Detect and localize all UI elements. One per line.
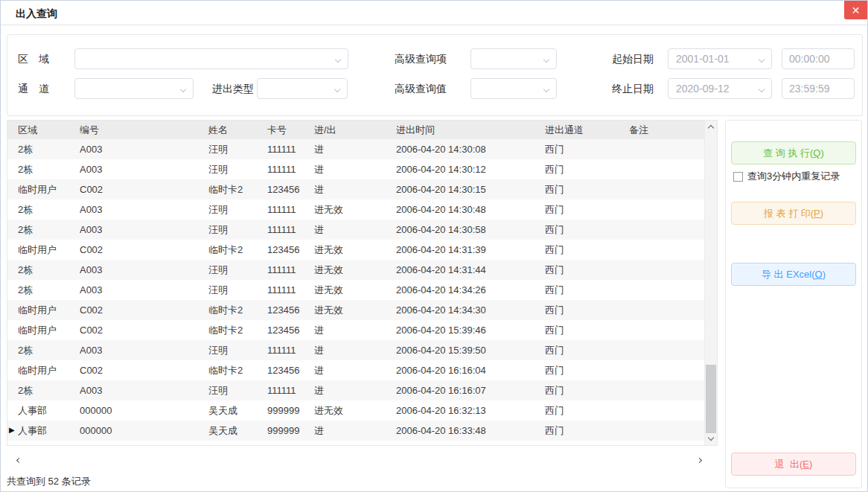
chevron-down-icon bbox=[335, 57, 341, 63]
cell-area: 临时用户 bbox=[18, 364, 80, 377]
table-row[interactable]: 2栋A003汪明111111进2006-04-20 14:30:08西门 bbox=[7, 139, 704, 159]
cell-card: 111111 bbox=[267, 284, 314, 295]
horizontal-scrollbar[interactable] bbox=[7, 453, 705, 467]
table-row[interactable]: 临时用户C002临时卡2123456进2006-04-20 14:30:15西门 bbox=[7, 179, 704, 199]
cell-channel: 西门 bbox=[545, 284, 629, 297]
button-label: 退 出( bbox=[775, 458, 803, 471]
hotkey-label: Q bbox=[813, 147, 820, 159]
adv-item-select[interactable] bbox=[470, 48, 557, 69]
chevron-right-icon bbox=[696, 457, 701, 462]
selected-row-marker-icon: ▶ bbox=[9, 426, 15, 434]
table-row[interactable]: 临时用户C002临时卡2123456进无效2006-04-20 14:34:30… bbox=[7, 300, 704, 320]
table-row[interactable]: 临时用户C002临时卡2123456进2006-04-20 15:39:46西门 bbox=[7, 320, 704, 340]
column-header-direction: 进/出 bbox=[314, 124, 396, 137]
column-header-name: 姓名 bbox=[208, 124, 267, 137]
end-date-label: 终止日期 bbox=[612, 78, 654, 99]
channel-select[interactable] bbox=[74, 78, 194, 99]
start-date-value: 2001-01-01 bbox=[668, 49, 771, 68]
chevron-down-icon bbox=[543, 86, 549, 92]
start-time-input[interactable] bbox=[782, 48, 855, 69]
cell-time: 2006-04-20 14:30:12 bbox=[396, 164, 545, 175]
start-date-select[interactable]: 2001-01-01 bbox=[668, 48, 772, 69]
cell-channel: 西门 bbox=[545, 263, 629, 277]
cell-number: A003 bbox=[80, 204, 208, 215]
column-header-area: 区域 bbox=[18, 124, 80, 137]
end-time-input[interactable] bbox=[782, 78, 855, 99]
start-date-label: 起始日期 bbox=[612, 48, 654, 69]
cell-area: 临时用户 bbox=[18, 183, 80, 197]
cell-channel: 西门 bbox=[545, 203, 629, 217]
cell-time: 2006-04-20 14:30:15 bbox=[396, 184, 545, 195]
cell-area: 2栋 bbox=[18, 163, 80, 176]
close-button[interactable]: ✕ bbox=[844, 1, 867, 19]
cell-name: 汪明 bbox=[208, 263, 267, 277]
cell-direction: 进 bbox=[314, 344, 396, 357]
cell-name: 汪明 bbox=[208, 223, 267, 237]
table-row[interactable]: 人事部000000吴天成999999进无效2006-04-20 16:32:13… bbox=[7, 400, 704, 421]
cell-time: 2006-04-20 14:34:30 bbox=[396, 304, 545, 316]
exit-button[interactable]: 退 出(E) bbox=[731, 453, 856, 476]
vertical-scrollbar[interactable] bbox=[704, 121, 717, 445]
end-date-value: 2020-09-12 bbox=[668, 79, 771, 98]
duplicate-records-checkbox[interactable]: 查询3分钟内重复记录 bbox=[733, 170, 840, 183]
scroll-up-button[interactable] bbox=[705, 121, 717, 133]
close-icon: ✕ bbox=[852, 4, 861, 16]
cell-number: C002 bbox=[80, 244, 208, 255]
adv-value-label: 高级查询值 bbox=[395, 78, 447, 99]
chevron-left-icon bbox=[16, 457, 21, 462]
cell-direction: 进无效 bbox=[314, 203, 396, 217]
table-row[interactable]: 2栋A003汪明111111进2006-04-20 14:30:58西门 bbox=[7, 220, 704, 240]
table-row[interactable]: 临时用户C002临时卡2123456进2006-04-20 16:16:04西门 bbox=[7, 360, 704, 380]
export-excel-button[interactable]: 导 出 EXcel(O) bbox=[731, 263, 856, 286]
end-date-select[interactable]: 2020-09-12 bbox=[668, 78, 772, 99]
table-row[interactable]: ▶人事部000000吴天成999999进2006-04-20 16:33:48西… bbox=[7, 421, 704, 441]
cell-time: 2006-04-20 14:31:39 bbox=[396, 244, 545, 255]
cell-name: 临时卡2 bbox=[208, 183, 267, 197]
cell-direction: 进无效 bbox=[314, 243, 396, 257]
cell-time: 2006-04-20 15:39:46 bbox=[396, 325, 545, 336]
vertical-scrollbar-thumb[interactable] bbox=[706, 365, 716, 433]
cell-time: 2006-04-20 16:16:04 bbox=[396, 365, 545, 376]
cell-card: 111111 bbox=[267, 264, 314, 275]
cell-direction: 进 bbox=[314, 384, 396, 397]
report-print-button[interactable]: 报 表 打 印(P) bbox=[731, 202, 856, 225]
table-row[interactable]: 2栋A003汪明111111进2006-04-20 14:30:12西门 bbox=[7, 159, 704, 179]
cell-area: 人事部 bbox=[18, 424, 80, 438]
cell-number: C002 bbox=[80, 325, 208, 336]
table-row[interactable]: 临时用户C002临时卡2123456进无效2006-04-20 14:31:39… bbox=[7, 240, 704, 260]
cell-area: 临时用户 bbox=[18, 324, 80, 337]
cell-channel: 西门 bbox=[545, 163, 629, 176]
cell-card: 123456 bbox=[267, 365, 314, 376]
cell-number: A003 bbox=[80, 385, 208, 396]
cell-direction: 进无效 bbox=[314, 263, 396, 277]
cell-channel: 西门 bbox=[545, 223, 629, 237]
cell-channel: 西门 bbox=[545, 424, 629, 438]
cell-channel: 西门 bbox=[545, 183, 629, 197]
cell-time: 2006-04-20 15:39:50 bbox=[396, 345, 545, 356]
button-label: ) bbox=[823, 269, 826, 280]
scroll-left-button[interactable] bbox=[13, 454, 25, 466]
table-row[interactable]: 2栋A003汪明111111进无效2006-04-20 14:30:48西门 bbox=[7, 199, 704, 220]
scroll-down-button[interactable] bbox=[705, 432, 717, 445]
query-execute-button[interactable]: 查 询 执 行(Q) bbox=[731, 141, 856, 164]
table-row[interactable]: 2栋A003汪明111111进2006-04-20 15:39:50西门 bbox=[7, 340, 704, 360]
adv-value-select[interactable] bbox=[470, 78, 557, 99]
scroll-right-button[interactable] bbox=[693, 454, 705, 466]
cell-number: C002 bbox=[80, 184, 208, 195]
cell-card: 111111 bbox=[267, 164, 314, 175]
table-row[interactable]: 2栋A003汪明111111进2006-04-20 16:16:07西门 bbox=[7, 380, 704, 400]
window-title: 出入查询 bbox=[16, 7, 57, 21]
cell-number: A003 bbox=[80, 284, 208, 295]
cell-channel: 西门 bbox=[545, 404, 629, 418]
inout-type-select[interactable] bbox=[257, 78, 348, 99]
table-row[interactable]: 2栋A003汪明111111进无效2006-04-20 14:31:44西门 bbox=[7, 260, 704, 280]
cell-area: 临时用户 bbox=[18, 243, 80, 257]
button-label: 查 询 执 行( bbox=[763, 147, 813, 160]
cell-direction: 进 bbox=[314, 183, 396, 197]
records-table: 区域 编号 姓名 卡号 进/出 进出时间 进出通道 备注 2栋A003汪明111… bbox=[7, 120, 718, 446]
button-label: ) bbox=[820, 208, 823, 219]
area-select[interactable] bbox=[74, 48, 348, 69]
cell-area: 人事部 bbox=[18, 404, 80, 418]
table-row[interactable]: 2栋A003汪明111111进无效2006-04-20 14:34:26西门 bbox=[7, 280, 704, 300]
chevron-up-icon bbox=[708, 125, 714, 131]
